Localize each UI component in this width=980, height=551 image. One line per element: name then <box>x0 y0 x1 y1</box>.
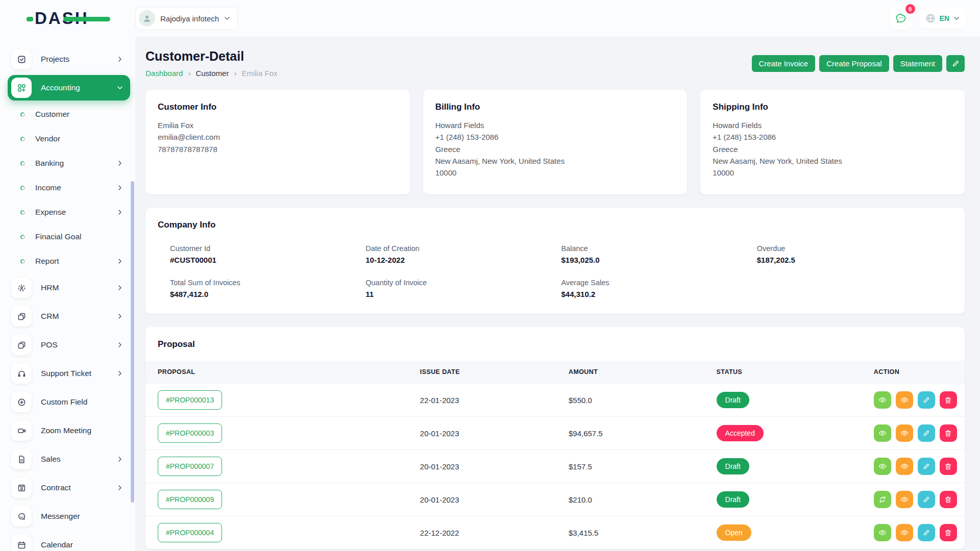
billing-zip: 10000 <box>435 167 675 179</box>
shipping-phone: +1 (248) 153-2086 <box>713 131 952 143</box>
delete-button[interactable] <box>940 491 957 508</box>
issue-date: 20-01-2023 <box>420 429 569 438</box>
sidebar-item-sales[interactable]: Sales <box>8 445 130 473</box>
billing-name: Howard Fields <box>435 119 675 131</box>
logo[interactable]: DASH <box>0 9 135 28</box>
sidebar-item-custom-field[interactable]: Custom Field <box>8 388 130 416</box>
eye-icon <box>878 529 887 537</box>
preview-button[interactable] <box>896 391 913 409</box>
proposal-id-link[interactable]: #PROP000007 <box>158 457 222 476</box>
preview-button[interactable] <box>896 491 913 508</box>
sidebar-item-calendar[interactable]: Calendar <box>8 531 130 551</box>
proposal-title: Proposal <box>145 339 965 349</box>
shipping-info-card: Shipping Info Howard Fields +1 (248) 153… <box>700 90 965 194</box>
shipping-country: Greece <box>713 143 952 155</box>
chevron-right-icon <box>117 485 123 491</box>
company-selector[interactable]: Rajodiya infotech <box>135 7 238 30</box>
sidebar-item-projects[interactable]: Projects <box>8 45 130 73</box>
language-selector[interactable]: EN <box>919 8 966 29</box>
convert-button[interactable] <box>874 491 891 508</box>
statement-button[interactable]: Statement <box>893 55 942 72</box>
edit-button[interactable] <box>918 458 935 475</box>
chevron-right-icon <box>117 370 123 377</box>
sidebar-item-messenger[interactable]: Messenger <box>8 502 130 531</box>
floppy-icon <box>11 478 32 498</box>
edit-customer-button[interactable] <box>946 55 965 72</box>
bullet-icon <box>20 234 26 240</box>
proposal-id-link[interactable]: #PROP000013 <box>158 390 222 410</box>
view-button[interactable] <box>874 524 891 541</box>
view-button[interactable] <box>874 458 891 475</box>
sidebar-item-banking[interactable]: Banking <box>8 151 130 176</box>
preview-button[interactable] <box>896 458 913 475</box>
sidebar-item-report[interactable]: Report <box>8 249 130 273</box>
sidebar-item-zoom-meeting[interactable]: Zoom Meeting <box>8 416 130 445</box>
sidebar-item-contract[interactable]: Contract <box>8 473 130 502</box>
amount: $94,657.5 <box>569 429 717 438</box>
create-proposal-button[interactable]: Create Proposal <box>819 55 889 72</box>
bullet-icon <box>20 111 26 117</box>
chevron-down-icon <box>117 85 123 91</box>
view-button[interactable] <box>874 424 891 442</box>
sidebar-item-customer[interactable]: Customer <box>8 102 130 127</box>
status-badge: Open <box>717 524 751 541</box>
field-overdue: Overdue $187,202.5 <box>757 244 952 264</box>
edit-button[interactable] <box>918 424 935 442</box>
sidebar-item-vendor[interactable]: Vendor <box>8 127 130 151</box>
edit-button[interactable] <box>918 491 935 508</box>
breadcrumb: Dashboard › Customer › Emilia Fox <box>145 69 277 78</box>
sidebar-item-expense[interactable]: Expense <box>8 200 130 224</box>
table-row: #PROP000009 20-01-2023 $210.0 Draft <box>145 483 965 516</box>
delete-button[interactable] <box>940 424 957 442</box>
preview-button[interactable] <box>896 424 913 442</box>
delete-button[interactable] <box>940 391 957 409</box>
sidebar-item-accounting[interactable]: Accounting <box>8 75 130 101</box>
breadcrumb-customer[interactable]: Customer <box>195 69 229 78</box>
sidebar-item-crm[interactable]: CRM <box>8 302 130 331</box>
sidebar-item-income[interactable]: Income <box>8 176 130 200</box>
proposal-id-link[interactable]: #PROP000004 <box>158 523 222 542</box>
field-customer-id: Customer Id #CUST00001 <box>170 244 365 264</box>
chevron-right-icon <box>117 56 123 62</box>
bullet-icon <box>20 258 26 264</box>
delete-button[interactable] <box>940 458 957 475</box>
sidebar-item-financial-goal[interactable]: Finacial Goal <box>8 224 130 249</box>
chevron-right-icon <box>117 313 123 319</box>
sidebar-item-support-ticket[interactable]: Support Ticket <box>8 359 130 388</box>
main-content: Customer-Detail Dashboard › Customer › E… <box>135 37 980 551</box>
chevron-right-icon <box>117 160 123 166</box>
messages-button[interactable]: 0 <box>890 7 912 30</box>
bullet-icon <box>20 136 26 142</box>
status-badge: Draft <box>717 491 749 508</box>
sidebar-item-pos[interactable]: POS <box>8 331 130 359</box>
trash-icon <box>944 396 952 404</box>
sidebar-scrollbar[interactable] <box>131 181 134 503</box>
eye-icon <box>900 529 909 537</box>
col-action: ACTION <box>874 368 952 375</box>
chevron-right-icon <box>117 209 123 215</box>
create-invoice-button[interactable]: Create Invoice <box>752 55 816 72</box>
sidebar-item-hrm[interactable]: HRM <box>8 273 130 302</box>
preview-button[interactable] <box>896 524 913 541</box>
chevron-right-icon <box>117 342 123 348</box>
company-avatar <box>139 10 155 27</box>
proposal-id-link[interactable]: #PROP000009 <box>158 490 222 509</box>
bullet-icon <box>20 209 26 215</box>
proposal-id-link[interactable]: #PROP000003 <box>158 423 222 443</box>
amount: $210.0 <box>569 495 717 504</box>
amount: $550.0 <box>569 396 717 405</box>
chevron-right-icon <box>117 285 123 291</box>
chevron-down-icon <box>953 15 960 21</box>
edit-button[interactable] <box>918 391 935 409</box>
edit-button[interactable] <box>918 524 935 541</box>
trash-icon <box>944 463 952 470</box>
status-badge: Accepted <box>717 425 764 441</box>
issue-date: 22-01-2023 <box>420 396 569 405</box>
field-balance: Balance $193,025.0 <box>561 244 757 264</box>
status-badge: Draft <box>717 392 749 408</box>
breadcrumb-dashboard[interactable]: Dashboard <box>145 69 183 78</box>
grid-plus-icon <box>11 78 32 98</box>
view-button[interactable] <box>874 391 891 409</box>
delete-button[interactable] <box>940 524 957 541</box>
amount: $157.5 <box>569 462 717 471</box>
